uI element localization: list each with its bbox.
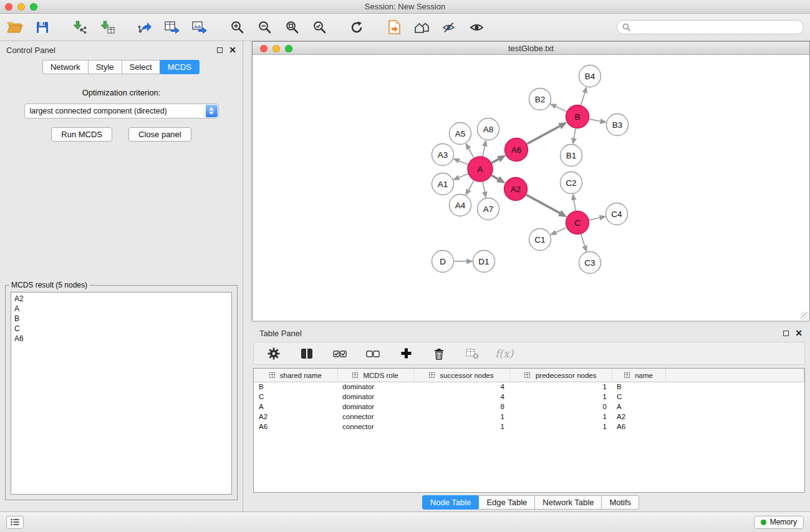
save-session-button[interactable] — [32, 17, 52, 37]
import-network-button[interactable] — [70, 17, 90, 37]
graph-edge[interactable] — [581, 235, 585, 246]
mcds-result-item[interactable]: C — [14, 324, 228, 334]
delete-table-button[interactable] — [462, 344, 482, 364]
table-cell[interactable]: A2 — [612, 412, 665, 422]
view-options-button[interactable] — [439, 17, 459, 37]
export-image-button[interactable] — [190, 17, 210, 37]
graph-edge[interactable] — [468, 180, 474, 190]
tab-select[interactable]: Select — [122, 60, 160, 74]
mcds-result-item[interactable]: B — [14, 314, 228, 324]
run-mcds-button[interactable]: Run MCDS — [51, 127, 112, 142]
graph-edge[interactable] — [526, 195, 560, 213]
mcds-result-item[interactable]: A2 — [14, 294, 228, 304]
graph-node[interactable]: A8 — [478, 118, 499, 140]
tab-network[interactable]: Network — [42, 60, 89, 74]
float-panel-icon[interactable] — [217, 47, 223, 53]
show-graphics-button[interactable] — [466, 17, 486, 37]
graph-node[interactable]: B1 — [561, 145, 582, 167]
float-table-panel-icon[interactable] — [783, 331, 789, 336]
graph-edge[interactable] — [574, 128, 576, 138]
tab-mcds[interactable]: MCDS — [160, 60, 200, 74]
zoom-selected-button[interactable] — [309, 17, 329, 37]
table-cell[interactable]: C — [612, 392, 665, 402]
table-cell[interactable]: 1 — [413, 412, 509, 422]
graph-node[interactable]: B4 — [579, 65, 601, 87]
graph-node[interactable]: C4 — [606, 203, 628, 225]
graph-edge[interactable] — [589, 218, 600, 220]
graph-node[interactable]: B3 — [607, 114, 629, 136]
graph-edge[interactable] — [491, 175, 498, 179]
tab-node-table[interactable]: Node Table — [422, 495, 480, 510]
memory-button[interactable]: Memory — [754, 516, 804, 529]
table-cell[interactable]: 1 — [509, 412, 612, 422]
table-cell[interactable]: A6 — [254, 422, 337, 432]
table-cell[interactable]: 0 — [509, 402, 612, 412]
table-cell[interactable]: dominator — [337, 382, 413, 392]
export-network-button[interactable] — [135, 17, 155, 37]
table-row[interactable]: Bdominator41B — [254, 382, 804, 392]
graph-edge[interactable] — [459, 174, 468, 178]
tab-motifs[interactable]: Motifs — [601, 495, 639, 510]
graph-edge[interactable] — [556, 228, 566, 233]
graph-edge[interactable] — [492, 159, 499, 163]
window-minimize-button[interactable] — [17, 3, 25, 11]
table-cell[interactable]: dominator — [337, 392, 413, 402]
function-builder-button[interactable]: f(x) — [495, 344, 513, 364]
network-canvas[interactable]: B4B2BB3A8A5A6A3B1AC2A1A2A4A7C4CC1C3DD1 — [253, 55, 809, 321]
network-close-button[interactable] — [260, 45, 268, 52]
graph-edge[interactable] — [589, 119, 600, 122]
table-cell[interactable]: 1 — [509, 382, 612, 392]
table-cell[interactable]: 4 — [413, 382, 509, 392]
table-settings-button[interactable] — [264, 344, 284, 364]
graph-node[interactable]: C3 — [579, 252, 601, 274]
column-header-successor-nodes[interactable]: successor nodes — [413, 369, 509, 382]
mcds-result-item[interactable]: A — [14, 304, 228, 314]
tab-edge-table[interactable]: Edge Table — [478, 495, 535, 510]
mcds-result-list[interactable]: A2ABCA6 — [11, 292, 232, 495]
export-table-button[interactable] — [162, 17, 182, 37]
graph-node[interactable]: A4 — [450, 195, 471, 216]
deselect-all-button[interactable] — [363, 344, 383, 364]
table-row[interactable]: A6connector11A6 — [254, 422, 804, 432]
graph-node[interactable]: A5 — [450, 123, 471, 145]
network-zoom-button[interactable] — [285, 45, 292, 52]
graph-edge[interactable] — [581, 92, 585, 105]
network-file-button[interactable] — [384, 17, 404, 37]
graph-node-mcds[interactable]: A2 — [504, 178, 528, 201]
table-cell[interactable]: 1 — [413, 422, 509, 432]
tab-style[interactable]: Style — [88, 60, 122, 74]
table-cell[interactable]: C — [254, 392, 337, 402]
close-panel-icon[interactable]: ✕ — [229, 47, 236, 53]
table-cell[interactable]: B — [254, 382, 337, 392]
graph-node[interactable]: A7 — [478, 198, 499, 220]
select-all-button[interactable] — [330, 344, 350, 364]
column-visibility-button[interactable] — [297, 344, 317, 364]
tab-network-table[interactable]: Network Table — [534, 495, 602, 510]
table-row[interactable]: A2connector11A2 — [254, 412, 804, 422]
graph-edge[interactable] — [483, 182, 485, 193]
column-header-name[interactable]: name — [612, 369, 665, 382]
graph-node[interactable]: D — [432, 251, 454, 273]
graph-edge[interactable] — [574, 200, 576, 211]
table-cell[interactable]: dominator — [337, 402, 413, 412]
table-cell[interactable]: A6 — [612, 422, 665, 432]
close-panel-button[interactable]: Close panel — [128, 127, 191, 142]
graph-node[interactable]: D1 — [473, 251, 495, 273]
table-cell[interactable]: A — [254, 402, 337, 412]
resize-grip[interactable] — [801, 312, 809, 320]
graph-node[interactable]: A3 — [432, 144, 454, 166]
network-minimize-button[interactable] — [272, 45, 280, 52]
graph-node-mcds[interactable]: A — [468, 157, 493, 181]
table-cell[interactable]: 8 — [413, 402, 509, 412]
apply-layout-button[interactable] — [347, 17, 367, 37]
graph-node-mcds[interactable]: A6 — [505, 138, 528, 162]
graph-node[interactable]: B2 — [529, 89, 551, 110]
network-window-titlebar[interactable]: testGlobe.txt — [253, 42, 809, 55]
graph-node[interactable]: C1 — [529, 229, 551, 251]
home-button[interactable] — [412, 17, 432, 37]
table-cell[interactable]: A2 — [254, 412, 337, 422]
table-cell[interactable]: connector — [337, 422, 413, 432]
search-input[interactable] — [634, 23, 798, 32]
table-cell[interactable]: 1 — [509, 422, 612, 432]
graph-edge[interactable] — [556, 107, 566, 112]
